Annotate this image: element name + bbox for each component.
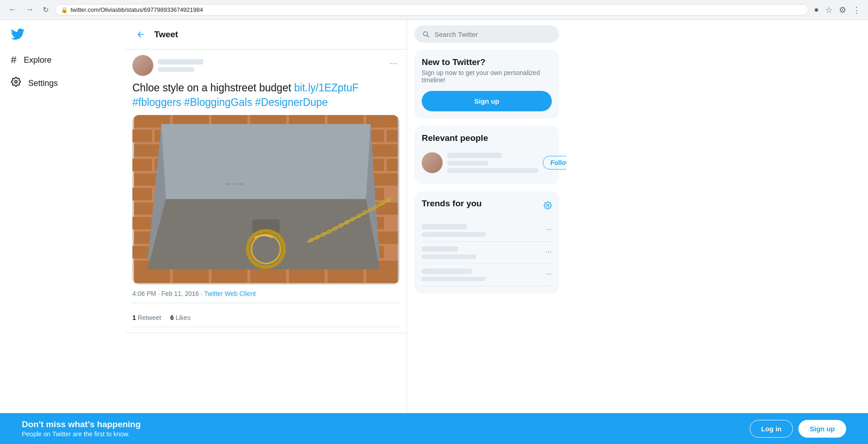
trend-more-3[interactable]: … xyxy=(545,269,552,276)
tweet-author-info xyxy=(132,55,203,76)
back-to-timeline-button[interactable] xyxy=(132,26,149,43)
banner-login-button[interactable]: Log in xyxy=(750,420,793,438)
banner-subtitle: People on Twitter are the first to know. xyxy=(22,430,141,438)
reload-button[interactable]: ↻ xyxy=(40,5,51,15)
menu-button[interactable]: ⋮ xyxy=(851,4,863,16)
tweet-more-button[interactable]: … xyxy=(388,55,399,68)
likes-label: Likes xyxy=(176,314,191,321)
browser-actions: ● ☆ ⚙ ⋮ xyxy=(812,4,863,16)
trend-text-3a xyxy=(422,269,472,274)
trends-card: Trends for you … xyxy=(414,191,559,294)
forward-button[interactable]: → xyxy=(23,4,36,15)
tweet-client-separator: · xyxy=(201,290,204,297)
search-bar[interactable] xyxy=(414,25,559,43)
tweet-image-svg xyxy=(132,115,399,283)
url-text: twitter.com/Oliviasbb/status/69779893367… xyxy=(71,6,203,13)
relevant-people-list: Follow xyxy=(422,149,552,177)
retweet-label: Retweet xyxy=(138,314,161,321)
trend-content-3 xyxy=(422,269,545,281)
trend-row-2[interactable]: … xyxy=(422,242,552,264)
trend-text-1b xyxy=(422,232,485,237)
tweet-author-avatar[interactable] xyxy=(132,55,153,76)
tweet-author-row: … xyxy=(132,55,399,76)
follow-button[interactable]: Follow xyxy=(543,156,566,170)
trend-text-2b xyxy=(422,254,476,259)
banner-title: Don't miss what's happening xyxy=(22,419,141,429)
person-handle-blurred xyxy=(447,161,488,165)
extensions-button[interactable]: ● xyxy=(812,4,821,16)
tweet-image-container[interactable] xyxy=(132,115,399,284)
trends-header: Trends for you xyxy=(422,199,552,214)
tweet-card: … Chloe style on a highstreet budget bit… xyxy=(125,50,407,333)
explore-icon: # xyxy=(11,54,16,66)
sidebar-item-explore[interactable]: # Explore xyxy=(5,50,120,70)
person-name-blurred xyxy=(447,153,502,158)
trend-more-2[interactable]: … xyxy=(545,246,552,254)
author-text xyxy=(158,59,203,72)
puzzle-button[interactable]: ⚙ xyxy=(837,4,848,16)
bottom-banner: Don't miss what's happening People on Tw… xyxy=(0,413,868,444)
new-to-twitter-subtitle: Sign up now to get your own personalized… xyxy=(422,69,552,84)
sidebar-item-settings[interactable]: Settings xyxy=(5,72,120,94)
sidebar-settings-label: Settings xyxy=(28,79,58,88)
trend-row-1[interactable]: … xyxy=(422,220,552,242)
banner-signup-button[interactable]: Sign up xyxy=(798,420,846,438)
main-content: Tweet … Chloe style on a highst xyxy=(125,20,407,444)
tweet-client-link[interactable]: Twitter Web Client xyxy=(204,290,256,297)
author-name-blurred xyxy=(158,59,203,65)
search-icon xyxy=(422,30,430,38)
tweet-page-header: Tweet xyxy=(125,20,407,50)
trend-text-2a xyxy=(422,246,458,252)
address-bar[interactable]: 🔒 twitter.com/Oliviasbb/status/697798933… xyxy=(55,4,808,15)
person-info xyxy=(447,153,538,173)
svg-rect-81 xyxy=(225,183,231,185)
trend-content-1 xyxy=(422,224,545,237)
trends-settings-button[interactable] xyxy=(544,201,552,212)
relevant-people-card: Relevant people Follow xyxy=(414,126,559,184)
twitter-logo[interactable] xyxy=(5,24,120,46)
twitter-bird-icon xyxy=(11,27,25,41)
likes-count: 6 xyxy=(170,314,174,321)
bookmark-button[interactable]: ☆ xyxy=(823,4,834,16)
signup-button-card[interactable]: Sign up xyxy=(422,91,552,111)
person-avatar[interactable] xyxy=(422,152,443,173)
svg-rect-83 xyxy=(235,183,237,185)
right-sidebar: New to Twitter? Sign up now to get your … xyxy=(407,20,566,444)
tweet-text-plain: Chloe style on a highstreet budget xyxy=(132,82,294,94)
tweet-hashtags[interactable]: #fbloggers #BloggingGals #DesignerDupe xyxy=(132,96,328,108)
back-button[interactable]: ← xyxy=(5,4,19,15)
relevant-people-title: Relevant people xyxy=(422,133,552,143)
tweet-page-title: Tweet xyxy=(154,30,178,40)
trends-title: Trends for you xyxy=(422,199,482,209)
tweet-text: Chloe style on a highstreet budget bit.l… xyxy=(132,80,399,110)
trend-row-3[interactable]: … xyxy=(422,264,552,286)
svg-rect-82 xyxy=(232,183,234,185)
search-input[interactable] xyxy=(434,30,552,38)
tweet-timestamp: 4:06 PM · Feb 11, 2016 xyxy=(132,290,199,297)
settings-icon xyxy=(11,77,21,90)
retweet-stat[interactable]: 1 Retweet xyxy=(132,314,161,321)
retweet-count: 1 xyxy=(132,314,136,321)
trend-more-1[interactable]: … xyxy=(545,224,552,231)
trend-content-2 xyxy=(422,246,545,259)
tweet-stats: 1 Retweet 6 Likes xyxy=(132,309,399,327)
app-container: # Explore Settings Tweet xyxy=(0,20,868,444)
tweet-link[interactable]: bit.ly/1EZptuF xyxy=(294,82,358,94)
tweet-meta: 4:06 PM · Feb 11, 2016 · Twitter Web Cli… xyxy=(132,290,399,303)
likes-stat[interactable]: 6 Likes xyxy=(170,314,190,321)
lock-icon: 🔒 xyxy=(61,7,68,13)
sidebar-explore-label: Explore xyxy=(24,55,51,65)
sidebar: # Explore Settings xyxy=(0,20,125,444)
banner-actions: Log in Sign up xyxy=(750,420,846,438)
avatar-image xyxy=(132,55,153,76)
trend-text-1a xyxy=(422,224,467,229)
new-to-twitter-card: New to Twitter? Sign up now to get your … xyxy=(414,50,559,119)
banner-text: Don't miss what's happening People on Tw… xyxy=(22,419,141,438)
new-to-twitter-title: New to Twitter? xyxy=(422,57,552,67)
author-handle-blurred xyxy=(158,67,194,72)
browser-chrome: ← → ↻ 🔒 twitter.com/Oliviasbb/status/697… xyxy=(0,0,868,20)
trend-text-3b xyxy=(422,277,485,281)
svg-rect-84 xyxy=(238,183,244,185)
svg-point-0 xyxy=(15,80,17,83)
trends-gear-icon xyxy=(544,201,552,210)
